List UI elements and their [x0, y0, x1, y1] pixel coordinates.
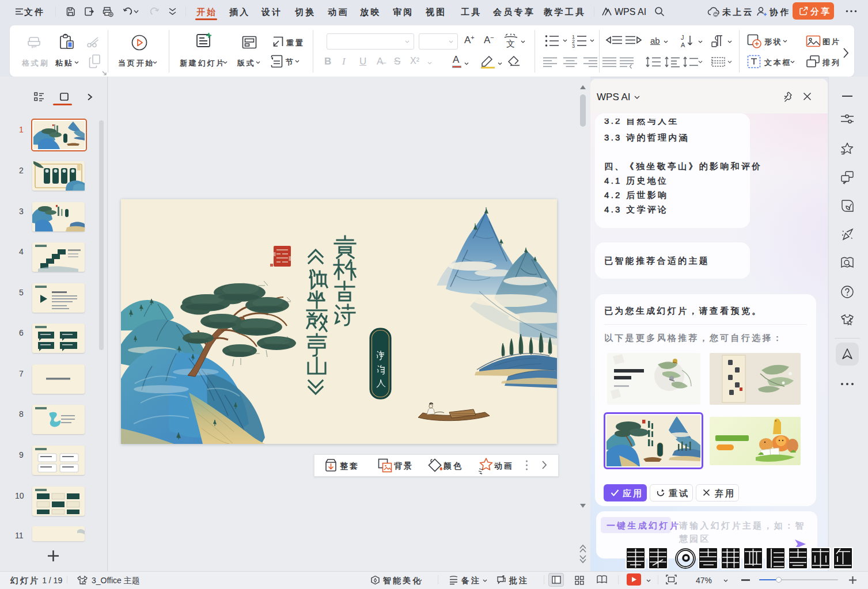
svg-text:3: 3 [572, 43, 575, 49]
svg-text:J: J [681, 34, 684, 41]
svg-text:A: A [681, 41, 685, 48]
svg-text:文: 文 [506, 39, 515, 48]
